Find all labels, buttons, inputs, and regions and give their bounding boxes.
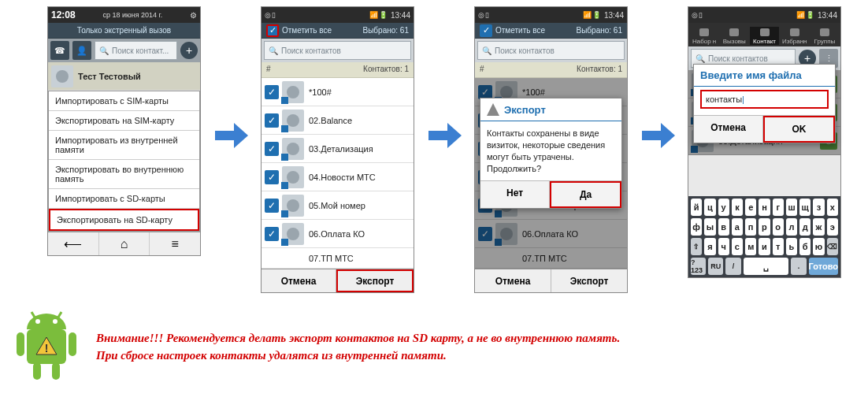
keyboard-key[interactable]: п	[745, 218, 756, 236]
select-all-checkbox[interactable]: ✓	[480, 24, 492, 37]
keyboard-key[interactable]: з	[813, 199, 824, 216]
select-all-checkbox[interactable]: ✓	[266, 24, 279, 37]
keyboard-key[interactable]: н	[759, 199, 770, 216]
keyboard-key[interactable]: ш	[786, 199, 797, 216]
contact-row[interactable]: ✓06.Оплата КО	[262, 220, 414, 248]
dialog-cancel-button[interactable]: Отмена	[694, 116, 763, 143]
keyboard-key[interactable]: /	[725, 258, 740, 275]
row-checkbox[interactable]: ✓	[265, 199, 279, 213]
keyboard-key[interactable]: б	[799, 238, 811, 255]
keyboard[interactable]: йцукенгшщзх фывапролджэ ⇧ячсмитьбю⌫ ?123…	[688, 196, 840, 277]
row-checkbox[interactable]: ✓	[265, 85, 279, 99]
menu-export-sd[interactable]: Экспортировать на SD-карту	[49, 209, 199, 231]
contacts-tab-icon[interactable]: 👤	[72, 41, 91, 60]
search-input[interactable]: 🔍 Поиск контактов	[477, 41, 625, 60]
keyboard-key[interactable]: Готово	[809, 258, 838, 275]
contact-row[interactable]: ✓06.Оплата КО	[475, 220, 627, 248]
keyboard-key[interactable]: о	[773, 218, 784, 236]
export-button[interactable]: Экспорт	[336, 269, 414, 292]
keyboard-key[interactable]: ю	[813, 238, 824, 255]
keyboard-key[interactable]: в	[718, 218, 729, 236]
keyboard-key[interactable]: RU	[708, 258, 723, 275]
menu-export-sim[interactable]: Экспортировать на SIM-карту	[49, 111, 199, 131]
cancel-button[interactable]: Отмена	[262, 269, 336, 292]
tab-favorites[interactable]: Избранн	[781, 27, 809, 45]
add-contact-button[interactable]: +	[180, 42, 198, 59]
contact-row[interactable]: ✓05.Мой номер	[262, 191, 414, 220]
cancel-button[interactable]: Отмена	[475, 269, 551, 292]
recent-button[interactable]: ≡	[150, 232, 200, 255]
keyboard-key[interactable]: щ	[799, 199, 811, 216]
dialog-no-button[interactable]: Нет	[480, 181, 550, 208]
select-all-bar: ✓ Отметить все Выбрано: 61	[262, 23, 414, 39]
keyboard-key[interactable]: ⌫	[827, 238, 838, 255]
contact-row[interactable]: ✓*100#	[262, 78, 414, 106]
keyboard-key[interactable]: .	[791, 258, 806, 275]
search-placeholder: Поиск контакт...	[112, 46, 169, 55]
filename-input[interactable]: контакты|	[700, 90, 829, 109]
menu-import-sim[interactable]: Импортировать с SIM-карты	[49, 91, 199, 111]
keyboard-key[interactable]: х	[827, 199, 838, 216]
keyboard-key[interactable]: с	[732, 238, 743, 255]
keyboard-key[interactable]: д	[799, 218, 811, 236]
search-input[interactable]: 🔍 Поиск контактов	[264, 41, 411, 60]
keyboard-key[interactable]: к	[732, 199, 743, 216]
export-button[interactable]: Экспорт	[551, 269, 627, 292]
row-checkbox[interactable]: ✓	[265, 227, 279, 241]
tab-groups[interactable]: Группы	[811, 27, 839, 45]
contact-row[interactable]: ✓07.ТП МТС	[262, 248, 414, 269]
keyboard-key[interactable]: ⇧	[691, 238, 702, 255]
status-bar: ◎▯ 📶🔋13:44	[262, 7, 414, 23]
phone-tab-icon[interactable]: ☎	[50, 41, 69, 60]
contact-row[interactable]: ✓03.Детализация	[262, 135, 414, 163]
row-checkbox[interactable]: ✓	[478, 85, 492, 99]
tab-dial[interactable]: Набор н	[690, 27, 718, 45]
contact-row[interactable]: ✓02.Balance	[262, 106, 414, 135]
keyboard-key[interactable]: е	[745, 199, 756, 216]
search-bar: 🔍 Поиск контактов	[475, 39, 627, 62]
keyboard-key[interactable]: г	[773, 199, 784, 216]
svg-rect-1	[17, 332, 24, 356]
contact-row[interactable]: ✓07.ТП МТС	[475, 248, 627, 269]
menu-export-internal[interactable]: Экспортировать во внутреннюю память	[49, 160, 199, 189]
keyboard-key[interactable]: й	[691, 199, 702, 216]
contact-row[interactable]: ✓04.Новости МТС	[262, 163, 414, 191]
keyboard-key[interactable]: м	[745, 238, 756, 255]
dialog-yes-button[interactable]: Да	[550, 181, 621, 208]
tab-calls[interactable]: Вызовы	[720, 27, 748, 45]
keyboard-key[interactable]: у	[718, 199, 729, 216]
keyboard-key[interactable]: ф	[691, 218, 702, 236]
keyboard-key[interactable]: р	[759, 218, 770, 236]
home-button[interactable]: ⌂	[99, 232, 150, 255]
keyboard-key[interactable]: л	[786, 218, 797, 236]
status-bar: ◎▯ 📶🔋13:44	[475, 7, 627, 23]
keyboard-key[interactable]: а	[732, 218, 743, 236]
menu-import-internal[interactable]: Импортировать из внутренней памяти	[49, 131, 199, 160]
clock: 12:08	[51, 9, 76, 20]
row-checkbox[interactable]: ✓	[478, 227, 492, 241]
select-all-label: Отметить все	[495, 26, 545, 35]
tab-contacts[interactable]: Контакт	[750, 27, 778, 45]
back-button[interactable]: ⟵	[48, 232, 99, 255]
keyboard-key[interactable]: ч	[718, 238, 729, 255]
keyboard-key[interactable]: ц	[704, 199, 715, 216]
dialog-ok-button[interactable]: OK	[763, 116, 835, 143]
gear-icon[interactable]: ⚙	[190, 11, 197, 20]
row-checkbox[interactable]: ✓	[265, 170, 279, 184]
search-input[interactable]: 🔍 Поиск контакт...	[95, 41, 177, 60]
keyboard-key[interactable]: ь	[786, 238, 797, 255]
warning-icon	[487, 103, 499, 116]
keyboard-key[interactable]: т	[773, 238, 784, 255]
keyboard-key[interactable]: э	[827, 218, 838, 236]
row-checkbox[interactable]: ✓	[265, 113, 279, 128]
keyboard-key[interactable]: и	[759, 238, 770, 255]
clock: 13:44	[391, 11, 410, 20]
keyboard-key[interactable]: ?123	[691, 258, 706, 275]
menu-import-sd[interactable]: Импортировать с SD-карты	[49, 189, 199, 209]
keyboard-key[interactable]: ␣	[744, 258, 789, 275]
keyboard-key[interactable]: ы	[704, 218, 715, 236]
keyboard-key[interactable]: я	[704, 238, 715, 255]
keyboard-key[interactable]: ж	[813, 218, 824, 236]
row-checkbox[interactable]: ✓	[265, 142, 279, 156]
contact-name: 06.Оплата КО	[309, 229, 365, 239]
